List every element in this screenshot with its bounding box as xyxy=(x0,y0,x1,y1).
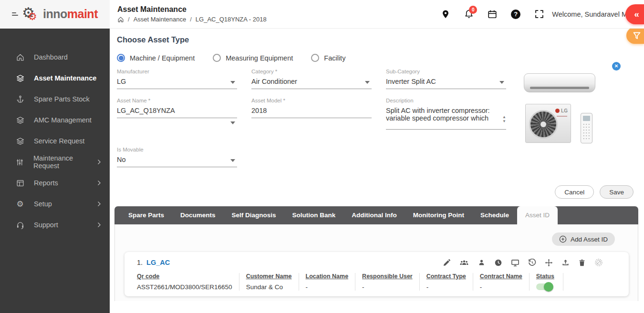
welcome-text: Welcome, Sundaravel M xyxy=(552,10,627,18)
plus-circle-icon xyxy=(559,235,567,243)
table-col-location-name: Location Name - xyxy=(299,273,355,291)
table-col-contract-name: Contract Name - xyxy=(473,273,529,291)
chevron-down-icon xyxy=(230,159,235,162)
tab-self-diagnosis[interactable]: Self Diagnosis xyxy=(224,206,284,224)
filter-funnel-icon xyxy=(633,31,641,40)
manufacturer-select[interactable]: Manufacturer LG xyxy=(117,69,237,89)
asset-id-link[interactable]: LG_AC xyxy=(146,259,170,266)
notification-bell-icon[interactable]: 0 xyxy=(464,9,474,20)
radio-selected-icon xyxy=(117,54,125,62)
layers-icon xyxy=(16,116,24,124)
asset-type-radios: Machine / Equipment Measuring Equipment … xyxy=(117,54,644,62)
radio-measuring-equipment[interactable]: Measuring Equipment xyxy=(213,54,293,62)
breadcrumb-item-current: LG_AC_Q18YNZA - 2018 xyxy=(196,16,267,23)
report-icon xyxy=(16,179,24,187)
table-col-responsible-user: Responsible User - xyxy=(355,273,419,291)
lg-logo-icon xyxy=(555,109,560,113)
radio-machine-equipment[interactable]: Machine / Equipment xyxy=(117,54,195,62)
upload-icon[interactable] xyxy=(561,259,570,267)
chevron-right-icon xyxy=(97,222,101,228)
sidebar-item-asset-maintenance[interactable]: Asset Maintenance xyxy=(0,68,110,89)
scroll-arrows-icon[interactable]: ▲▼ xyxy=(502,115,506,123)
sidebar-item-service-request[interactable]: Service Request xyxy=(0,131,110,151)
delete-icon[interactable] xyxy=(578,259,586,267)
save-button[interactable]: Save xyxy=(600,185,634,199)
location-icon[interactable] xyxy=(440,9,451,20)
layers-icon xyxy=(16,74,24,82)
sidebar-item-amc-management[interactable]: AMC Management xyxy=(0,110,110,131)
anchor-icon xyxy=(16,95,24,103)
tab-body: Add Asset ID 1. LG_AC xyxy=(114,224,638,301)
row-actions xyxy=(443,258,621,267)
tab-documents[interactable]: Documents xyxy=(172,206,224,224)
asset-product-image: LG xyxy=(524,73,600,146)
sidebar-item-setup[interactable]: ⚙ Setup xyxy=(0,193,110,214)
sidebar-item-dashboard[interactable]: Dashboard xyxy=(0,47,110,68)
radio-facility[interactable]: Facility xyxy=(311,54,345,62)
radio-unselected-icon xyxy=(213,54,221,62)
ac-remote-image xyxy=(581,113,592,143)
gear-icon: ⚙ xyxy=(16,200,24,208)
filter-button[interactable] xyxy=(626,27,644,44)
table-col-customer-name: Customer Name Sundar & Co xyxy=(239,273,299,291)
team-icon[interactable] xyxy=(459,259,469,267)
calendar-icon[interactable] xyxy=(487,9,498,20)
user-icon[interactable] xyxy=(478,259,486,267)
chevron-right-icon xyxy=(97,201,101,207)
status-toggle[interactable] xyxy=(536,283,552,290)
chevron-down-icon xyxy=(499,81,504,84)
move-icon[interactable] xyxy=(545,259,553,267)
monitor-icon[interactable] xyxy=(511,259,519,267)
tab-asset-id[interactable]: Asset ID xyxy=(517,206,558,224)
ac-fan xyxy=(529,110,558,139)
add-asset-id-button[interactable]: Add Asset ID xyxy=(552,232,615,246)
home-icon xyxy=(16,53,24,61)
collapse-panel-button[interactable]: « xyxy=(625,4,644,24)
tab-spare-parts[interactable]: Spare Parts xyxy=(120,206,172,224)
remove-image-button[interactable]: ✕ xyxy=(612,62,621,71)
section-title: Choose Asset Type xyxy=(117,35,644,44)
chevron-down-icon xyxy=(230,81,235,84)
home-icon[interactable] xyxy=(117,16,124,23)
headset-icon xyxy=(16,221,24,229)
notification-badge: 0 xyxy=(469,6,477,14)
history-icon[interactable] xyxy=(528,259,536,267)
clock-icon[interactable] xyxy=(494,259,502,267)
table-col-contract-type: Contract Type - xyxy=(419,273,473,291)
breadcrumb-item[interactable]: Asset Maintenance xyxy=(134,16,187,23)
asset-id-table: Qr code ASST2661/MOD3800/SER16650 Custom… xyxy=(137,273,621,291)
sub-category-select[interactable]: Sub-Category Inverter Split AC xyxy=(386,69,506,89)
page-title: Asset Maintenance xyxy=(117,5,267,14)
ac-outdoor-unit-image: LG xyxy=(525,104,571,143)
tab-monitoring-point[interactable]: Monitoring Point xyxy=(405,206,472,224)
chevron-right-icon xyxy=(97,180,101,186)
sidebar-item-support[interactable]: Support xyxy=(0,214,110,235)
category-select[interactable]: Category * Air Conditioner xyxy=(251,69,372,89)
sidebar-item-reports[interactable]: Reports xyxy=(0,172,110,193)
seal-icon[interactable] xyxy=(594,258,603,267)
sidebar-item-spare-parts-stock[interactable]: Spare Parts Stock xyxy=(0,89,110,110)
help-icon[interactable]: ? xyxy=(510,9,521,20)
breadcrumb: / Asset Maintenance / LG_AC_Q18YNZA - 20… xyxy=(117,16,267,23)
tab-schedule[interactable]: Schedule xyxy=(472,206,517,224)
ac-indoor-unit-image xyxy=(524,73,595,92)
row-index: 1. xyxy=(137,259,143,266)
tab-solution-bank[interactable]: Solution Bank xyxy=(284,206,344,224)
asset-name-select[interactable]: Asset Name * LG_AC_Q18YNZA xyxy=(117,98,237,130)
tab-bar: Spare Parts Documents Self Diagnosis Sol… xyxy=(114,206,638,224)
table-col-status: Status xyxy=(529,273,563,291)
layers-icon xyxy=(16,137,24,145)
edit-icon[interactable] xyxy=(443,259,451,267)
app-logo[interactable]: ⚙⚙ innomaint xyxy=(0,0,110,29)
logo-text: innomaint xyxy=(43,7,98,21)
fullscreen-icon[interactable] xyxy=(534,9,544,20)
cancel-button[interactable]: Cancel xyxy=(555,185,594,199)
is-movable-select[interactable]: Is Movable No xyxy=(117,147,237,167)
header: ⚙⚙ innomaint Asset Maintenance / Asset M… xyxy=(0,0,644,29)
sidebar-item-maintenance-request[interactable]: Maintenance Request xyxy=(0,151,110,172)
chevron-down-icon xyxy=(365,81,370,84)
tab-additional-info[interactable]: Additional Info xyxy=(343,206,405,224)
menu-icon[interactable] xyxy=(12,12,18,16)
description-textarea[interactable]: Description Split AC with inverter compr… xyxy=(386,98,506,130)
asset-model-input[interactable]: Asset Model * 2018 xyxy=(251,98,372,130)
